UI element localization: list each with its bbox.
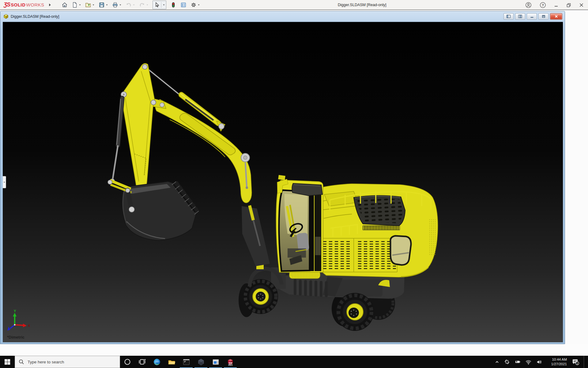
new-document-icon bbox=[72, 2, 78, 8]
toggle-right-pane-button[interactable] bbox=[515, 13, 525, 20]
show-desktop-button[interactable] bbox=[584, 356, 586, 368]
taskbar-app-hexagon[interactable] bbox=[194, 356, 208, 368]
save-button[interactable] bbox=[99, 2, 108, 8]
battery-icon[interactable] bbox=[514, 359, 521, 365]
doc-restore-button[interactable] bbox=[538, 13, 548, 20]
edge-icon bbox=[153, 358, 161, 366]
logo-flyout-arrow-icon[interactable] bbox=[49, 3, 51, 7]
solidworks-logo-works: WORKS bbox=[26, 2, 44, 7]
home-icon bbox=[62, 2, 68, 8]
task-view-icon bbox=[138, 358, 146, 366]
feature-tree-flyout-tab[interactable] bbox=[3, 176, 6, 188]
window-app-icon bbox=[212, 358, 220, 366]
display-pane-button[interactable] bbox=[180, 2, 187, 8]
rear-window[interactable] bbox=[390, 236, 411, 265]
doc-minimize-button[interactable] bbox=[527, 13, 537, 20]
doc-minimize-icon bbox=[530, 15, 534, 18]
taskbar-app-solidworks[interactable]: SW 2021 bbox=[223, 356, 238, 368]
dipper-arm[interactable] bbox=[121, 63, 166, 201]
quick-access-toolbar bbox=[62, 0, 200, 10]
app-titlebar: ƷS SOLID WORKS bbox=[0, 0, 588, 10]
document-window: Digger.SLDASM [Read-only] bbox=[0, 11, 565, 344]
new-document-button[interactable] bbox=[72, 2, 81, 8]
front-outrigger[interactable] bbox=[242, 205, 270, 266]
taskbar-clock[interactable]: 10:44 AM 1/27/2021 bbox=[547, 357, 567, 366]
options-dropdown-icon[interactable] bbox=[198, 4, 200, 6]
dipper-cylinder[interactable] bbox=[110, 98, 122, 183]
doc-restore-icon bbox=[542, 15, 545, 18]
reference-triad: Y X bbox=[7, 309, 30, 331]
solidworks-logo-solid: SOLID bbox=[11, 2, 25, 7]
notification-badge: 1 bbox=[577, 362, 578, 365]
volume-icon[interactable] bbox=[536, 359, 542, 365]
open-folder-icon bbox=[85, 2, 91, 8]
graphics-viewport[interactable]: Y X *Dimetric bbox=[3, 22, 563, 342]
rotation-lock-icon[interactable] bbox=[504, 359, 510, 365]
document-title: Digger.SLDASM [Read-only] bbox=[11, 14, 59, 19]
selection-stoplight-button[interactable] bbox=[170, 2, 176, 8]
stoplight-icon bbox=[170, 2, 176, 8]
left-pane-icon bbox=[507, 15, 511, 18]
flyout-tab-grip-icon bbox=[4, 182, 5, 183]
minimize-icon[interactable] bbox=[554, 3, 558, 7]
taskbar-search-input[interactable]: Type here to search bbox=[15, 356, 120, 368]
redo-button[interactable] bbox=[139, 2, 149, 8]
print-button[interactable] bbox=[112, 2, 122, 8]
side-vents[interactable] bbox=[318, 238, 397, 272]
tray-chevron-icon[interactable] bbox=[495, 360, 499, 364]
taskbar-app-edge[interactable] bbox=[149, 356, 164, 368]
doc-close-icon bbox=[555, 15, 558, 18]
doc-close-button[interactable] bbox=[550, 13, 562, 20]
system-tray: 10:44 AM 1/27/2021 1 bbox=[495, 356, 588, 368]
cortana-button[interactable] bbox=[120, 356, 135, 368]
undo-icon bbox=[126, 2, 132, 8]
action-center-icon[interactable]: 1 bbox=[571, 358, 579, 366]
close-icon[interactable] bbox=[579, 3, 584, 7]
print-icon bbox=[112, 2, 118, 8]
cortana-icon bbox=[123, 358, 131, 366]
user-profile-icon[interactable] bbox=[525, 2, 532, 8]
document-titlebar[interactable]: Digger.SLDASM [Read-only] bbox=[0, 11, 565, 21]
file-explorer-icon bbox=[168, 358, 176, 366]
bucket-linkage[interactable] bbox=[108, 180, 134, 212]
windows-taskbar: Type here to search bbox=[0, 356, 588, 368]
options-button[interactable] bbox=[190, 2, 200, 8]
taskbar-app-command-prompt[interactable] bbox=[179, 356, 194, 368]
cab[interactable] bbox=[276, 175, 323, 272]
view-orientation-label: *Dimetric bbox=[7, 335, 24, 339]
triad-y-label: Y bbox=[14, 309, 16, 313]
clock-time: 10:44 AM bbox=[547, 357, 567, 362]
start-button[interactable] bbox=[0, 356, 15, 368]
undo-button[interactable] bbox=[126, 2, 135, 8]
select-tool-button[interactable] bbox=[153, 1, 166, 9]
save-dropdown-icon[interactable] bbox=[106, 4, 108, 6]
print-dropdown-icon[interactable] bbox=[119, 4, 122, 6]
app-background bbox=[0, 344, 588, 356]
wifi-icon[interactable] bbox=[525, 359, 532, 365]
app-window-controls: ? bbox=[525, 0, 584, 10]
toggle-left-pane-button[interactable] bbox=[503, 13, 514, 20]
taskbar-app-file-explorer[interactable] bbox=[164, 356, 179, 368]
restore-icon[interactable] bbox=[566, 3, 571, 8]
task-view-button[interactable] bbox=[135, 356, 149, 368]
help-icon[interactable]: ? bbox=[540, 2, 546, 8]
home-button[interactable] bbox=[62, 2, 68, 8]
open-dropdown-icon[interactable] bbox=[92, 4, 95, 6]
solidworks-logo-mark: ƷS bbox=[4, 2, 10, 8]
search-icon bbox=[19, 359, 24, 365]
excavator-model[interactable]: Y X bbox=[3, 22, 563, 342]
triad-x-label: X bbox=[28, 324, 30, 328]
redo-dropdown-icon bbox=[146, 4, 149, 6]
select-dropdown-icon[interactable] bbox=[163, 4, 165, 6]
solidworks-screen: ƷS SOLID WORKS bbox=[0, 0, 588, 368]
save-icon bbox=[99, 2, 105, 8]
open-button[interactable] bbox=[85, 2, 95, 8]
svg-text:?: ? bbox=[542, 3, 544, 7]
gear-icon bbox=[190, 2, 197, 8]
svg-text:2021: 2021 bbox=[228, 364, 233, 366]
search-placeholder: Type here to search bbox=[28, 360, 64, 364]
assembly-document-icon bbox=[3, 14, 9, 19]
taskbar-app-window[interactable] bbox=[208, 356, 223, 368]
clock-date: 1/27/2021 bbox=[547, 362, 567, 366]
new-document-dropdown-icon[interactable] bbox=[79, 4, 81, 6]
